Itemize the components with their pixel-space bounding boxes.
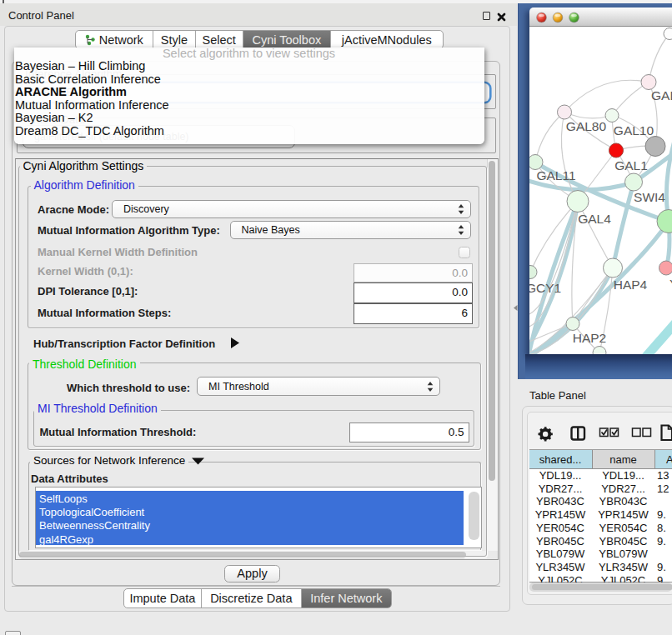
svg-text:GAL10: GAL10	[614, 123, 654, 138]
svg-text:HAP2: HAP2	[573, 331, 607, 345]
svg-text:GAL80: GAL80	[566, 119, 607, 133]
svg-text:GCY1: GCY1	[529, 281, 561, 295]
svg-text:SWI4: SWI4	[634, 190, 665, 204]
svg-text:GAL1: GAL1	[614, 158, 648, 172]
svg-text:GAL4: GAL4	[578, 212, 611, 226]
svg-text:GAL11: GAL11	[536, 168, 575, 182]
svg-text:GAL2: GAL2	[651, 88, 672, 102]
svg-text:HAP4: HAP4	[614, 278, 648, 292]
